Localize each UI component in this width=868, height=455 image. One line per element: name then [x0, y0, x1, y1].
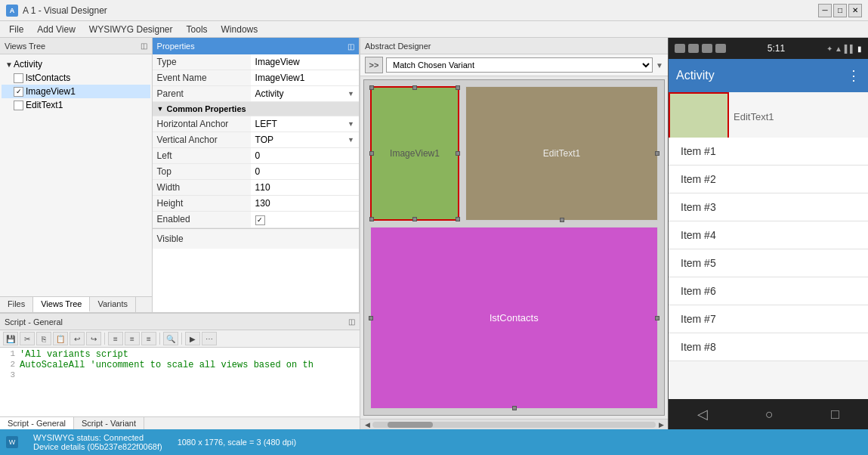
- line-number-1: 1: [2, 349, 20, 360]
- script-cut-btn[interactable]: ✂: [20, 332, 35, 345]
- tree-item-activity[interactable]: ▼ Activity: [2, 57, 150, 71]
- tab-variants[interactable]: Variants: [90, 297, 136, 312]
- handle-tl[interactable]: [369, 85, 374, 90]
- properties-title: Properties: [157, 42, 195, 51]
- left-top: Views Tree ◫ ▼ Activity lstContacts: [0, 38, 360, 312]
- enabled-checkbox[interactable]: ✓: [255, 215, 265, 225]
- prop-label-eventname: Event Name: [153, 70, 251, 86]
- script-pin[interactable]: ◫: [348, 317, 355, 326]
- canvas-view-imageview1[interactable]: ImageView1: [370, 86, 459, 221]
- phone-list-item-6[interactable]: Item #6: [669, 277, 868, 305]
- phone-list-item-2[interactable]: Item #2: [669, 166, 868, 193]
- tab-files[interactable]: Files: [0, 297, 33, 312]
- handle-bl[interactable]: [369, 217, 374, 221]
- phone-app-title: Activity: [676, 69, 715, 82]
- prop-value-enabled[interactable]: ✓: [251, 212, 359, 228]
- prop-value-parent[interactable]: Activity ▼: [251, 86, 359, 102]
- checkbox-edittext1[interactable]: [14, 101, 23, 110]
- section-collapse-arrow[interactable]: ▼: [157, 105, 164, 113]
- canvas-view-edittext1[interactable]: EditText1: [465, 86, 658, 221]
- prop-label-height: Height: [153, 196, 251, 212]
- tree-item-edittext1[interactable]: EditText1: [2, 98, 150, 112]
- script-run-btn[interactable]: ▶: [185, 332, 200, 345]
- script-copy-btn[interactable]: ⎘: [36, 332, 51, 345]
- handle-tr[interactable]: [456, 85, 460, 90]
- scroll-left-arrow[interactable]: ◀: [362, 419, 372, 430]
- phone-recents-btn[interactable]: □: [831, 407, 839, 422]
- handle-ml[interactable]: [369, 151, 374, 156]
- handle-tc[interactable]: [412, 85, 417, 90]
- tree-item-lstcontacts[interactable]: lstContacts: [2, 71, 150, 85]
- menu-add-view[interactable]: Add View: [31, 23, 81, 36]
- phone-list-item-4[interactable]: Item #4: [669, 221, 868, 249]
- prop-value-left[interactable]: 0: [251, 148, 359, 164]
- script-indent-btn[interactable]: ≡: [108, 332, 123, 345]
- script-tab-variant[interactable]: Script - Variant: [74, 417, 144, 429]
- prop-row-type: Type ImageView: [153, 54, 359, 70]
- handle-mr[interactable]: [456, 151, 460, 156]
- expand-icon-activity[interactable]: ▼: [5, 60, 14, 69]
- lst-handle-mr[interactable]: [655, 316, 659, 320]
- edittext-handle-bc[interactable]: [560, 218, 564, 222]
- phone-edittext[interactable]: EditText1: [729, 92, 868, 141]
- lst-handle-bc[interactable]: [512, 406, 517, 410]
- status-bar: W WYSIWYG status: Connected Device detai…: [0, 429, 868, 455]
- script-content[interactable]: 1 'All variants script 2 AutoScaleAll 'u…: [0, 348, 360, 416]
- prop-value-width[interactable]: 110: [251, 180, 359, 196]
- prop-value-eventname[interactable]: ImageView1: [251, 70, 359, 86]
- tree-item-imageview1[interactable]: ✓ ImageView1: [2, 85, 150, 98]
- designer-pin[interactable]: ▼: [656, 61, 663, 70]
- script-paste-btn[interactable]: 📋: [53, 332, 68, 345]
- script-unindent-btn[interactable]: ≡: [125, 332, 140, 345]
- script-tab-general[interactable]: Script - General: [0, 417, 74, 429]
- handle-bc[interactable]: [412, 217, 417, 221]
- prop-value-hanchor[interactable]: LEFT ▼: [251, 116, 359, 132]
- phone-list-item-5[interactable]: Item #5: [669, 249, 868, 277]
- scroll-right-arrow[interactable]: ▶: [656, 419, 666, 430]
- phone-list-item-7[interactable]: Item #7: [669, 305, 868, 333]
- scrollbar-thumb-h[interactable]: [388, 422, 433, 428]
- menu-wysiwyg[interactable]: WYSIWYG Designer: [83, 23, 179, 36]
- script-search-btn[interactable]: 🔍: [163, 332, 178, 345]
- menu-windows[interactable]: Windows: [215, 23, 264, 36]
- phone-list-item-8[interactable]: Item #8: [669, 333, 868, 361]
- designer-header: Abstract Designer: [360, 38, 668, 54]
- maximize-button[interactable]: □: [833, 4, 847, 17]
- prop-value-vanchor[interactable]: TOP ▼: [251, 132, 359, 148]
- edittext-handle-mr[interactable]: [655, 151, 659, 156]
- forward-button[interactable]: >>: [365, 57, 383, 73]
- prop-value-top[interactable]: 0: [251, 164, 359, 180]
- variant-select[interactable]: Match Chosen Variant: [386, 57, 653, 73]
- canvas-view-lstcontacts[interactable]: lstContacts: [370, 227, 658, 409]
- script-more-btn[interactable]: ⋯: [202, 332, 217, 345]
- designer-canvas[interactable]: ImageView1 EditText1: [363, 79, 665, 416]
- script-comment-btn[interactable]: ≡: [141, 332, 156, 345]
- script-undo-btn[interactable]: ↩: [70, 332, 85, 345]
- phone-list-item-3[interactable]: Item #3: [669, 193, 868, 221]
- tab-views-tree[interactable]: Views Tree: [33, 297, 90, 312]
- menu-tools[interactable]: Tools: [181, 23, 214, 36]
- handle-br[interactable]: [456, 217, 460, 221]
- properties-pin[interactable]: ◫: [348, 42, 354, 51]
- phone-home-btn[interactable]: ○: [765, 407, 774, 422]
- script-redo-btn[interactable]: ↪: [86, 332, 101, 345]
- checkbox-imageview1[interactable]: ✓: [14, 87, 23, 97]
- checkbox-lstcontacts[interactable]: [14, 73, 23, 83]
- phone-list-item-1[interactable]: Item #1: [669, 138, 868, 166]
- designer-panel: Abstract Designer >> Match Chosen Varian…: [360, 38, 668, 429]
- close-button[interactable]: ✕: [848, 4, 862, 17]
- lst-handle-ml[interactable]: [369, 316, 373, 320]
- scrollbar-track-h[interactable]: [372, 422, 656, 428]
- tree-label-imageview1: ImageView1: [26, 86, 76, 97]
- views-tree-title: Views Tree: [5, 42, 45, 51]
- phone-back-btn[interactable]: ◁: [697, 406, 708, 422]
- views-tree-pin[interactable]: ◫: [141, 42, 147, 50]
- designer-scrollbar-h[interactable]: ◀ ▶: [360, 419, 668, 429]
- wifi-icon: ▲: [835, 45, 842, 53]
- menu-file[interactable]: File: [3, 23, 29, 36]
- app-bar-menu-icon[interactable]: ⋮: [847, 67, 860, 84]
- script-separator2: [159, 333, 160, 345]
- prop-value-height[interactable]: 130: [251, 196, 359, 212]
- script-save-btn[interactable]: 💾: [3, 332, 18, 345]
- minimize-button[interactable]: ─: [818, 4, 832, 17]
